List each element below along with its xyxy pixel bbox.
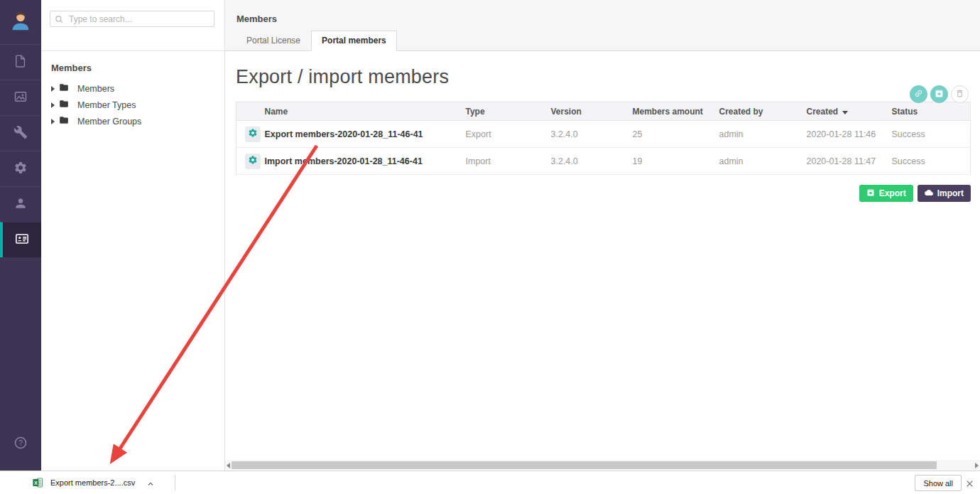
download-bar-divider: [175, 475, 175, 490]
tab-portal-members[interactable]: Portal members: [311, 31, 397, 51]
sidebar-item-users[interactable]: [0, 186, 41, 222]
cell-type: Export: [457, 121, 543, 148]
sidebar-item-members[interactable]: [0, 222, 41, 257]
help-icon: [13, 436, 28, 453]
search-input[interactable]: [50, 11, 214, 27]
cell-created: 2020-01-28 11:46: [798, 121, 883, 148]
column-name[interactable]: Name: [261, 102, 457, 121]
scroll-right-arrow-icon[interactable]: [975, 463, 979, 468]
close-icon[interactable]: [965, 478, 974, 488]
archive-icon: [935, 88, 944, 101]
import-button[interactable]: Import: [918, 185, 971, 202]
search-icon: [55, 14, 64, 23]
sidebar-item-documents[interactable]: [0, 44, 41, 80]
chevron-up-icon[interactable]: [146, 478, 155, 487]
archive-button[interactable]: [930, 85, 948, 103]
export-import-table: Name Type Version Members amount Created…: [236, 102, 971, 175]
image-icon: [13, 90, 28, 107]
cell-status: Success: [883, 148, 971, 175]
column-created-by[interactable]: Created by: [711, 102, 798, 121]
row-settings-button[interactable]: [245, 154, 261, 169]
expand-caret-icon[interactable]: [51, 102, 55, 108]
column-icon: [236, 102, 261, 121]
tree-title: Members: [51, 63, 224, 73]
folder-icon: [59, 82, 77, 95]
horizontal-scrollbar[interactable]: [225, 460, 980, 471]
excel-file-icon: [32, 477, 43, 488]
cell-name: Export members-2020-01-28_11-46-41: [261, 121, 457, 148]
gear-icon: [248, 128, 258, 140]
column-type[interactable]: Type: [457, 102, 543, 121]
cell-members-amount: 19: [624, 148, 711, 175]
expand-caret-icon[interactable]: [51, 119, 55, 124]
tab-portal-license[interactable]: Portal License: [236, 31, 311, 51]
sidebar-item-help[interactable]: [0, 426, 41, 462]
scrollbar-thumb[interactable]: [232, 461, 937, 469]
folder-icon: [59, 99, 77, 112]
sidebar-item-tools[interactable]: [0, 115, 41, 151]
user-icon: [13, 196, 28, 213]
search-section: [41, 0, 224, 51]
tree-item-member-types[interactable]: Member Types: [41, 97, 224, 113]
user-avatar-button[interactable]: [0, 0, 41, 44]
table-header-row: Name Type Version Members amount Created…: [236, 102, 971, 121]
download-bar: Export members-2....csv Show all: [0, 471, 980, 494]
sidebar-item-media[interactable]: [0, 80, 41, 115]
sidebar-item-settings[interactable]: [0, 151, 41, 186]
table-row[interactable]: Export members-2020-01-28_11-46-41 Expor…: [236, 121, 971, 148]
sort-desc-icon: [842, 111, 848, 114]
link-icon: [914, 88, 923, 101]
gear-icon: [248, 155, 258, 167]
document-icon: [13, 54, 28, 71]
scroll-left-arrow-icon[interactable]: [227, 463, 230, 468]
tree-item-label: Members: [77, 84, 114, 94]
column-status[interactable]: Status: [883, 102, 971, 121]
toolbar: [910, 85, 969, 103]
tab-label: Portal members: [322, 36, 386, 45]
tab-bar: Portal License Portal members: [236, 31, 397, 51]
tree-item-member-groups[interactable]: Member Groups: [41, 113, 224, 129]
content: Export / import members Name Type Versio…: [225, 66, 980, 202]
cloud-upload-icon: [925, 188, 933, 199]
delete-button[interactable]: [951, 85, 969, 103]
main-header: Members Portal License Portal members: [225, 0, 980, 51]
wrench-icon: [13, 125, 28, 142]
tree-panel: Members Members Member Types Member Grou…: [41, 0, 225, 471]
tab-label: Portal License: [246, 36, 300, 45]
tree-item-label: Member Groups: [77, 117, 141, 127]
tree-item-label: Member Types: [77, 100, 136, 110]
link-button[interactable]: [910, 85, 927, 103]
cell-status: Success: [883, 121, 971, 148]
section-heading: Export / import members: [236, 66, 971, 88]
export-button[interactable]: Export: [859, 185, 913, 202]
tree-item-members[interactable]: Members: [41, 80, 224, 97]
id-card-icon: [15, 232, 29, 249]
cell-version: 3.2.4.0: [543, 148, 624, 175]
app-sidebar: [0, 0, 41, 471]
row-settings-button[interactable]: [245, 127, 261, 142]
cell-created-by: admin: [711, 121, 798, 148]
column-created[interactable]: Created: [798, 102, 883, 121]
show-all-button[interactable]: Show all: [915, 475, 962, 491]
column-members-amount[interactable]: Members amount: [624, 102, 711, 121]
cell-members-amount: 25: [624, 121, 711, 148]
trash-icon: [955, 88, 964, 101]
export-archive-icon: [866, 188, 875, 199]
user-avatar-icon: [10, 10, 31, 34]
gear-icon: [13, 161, 28, 178]
table-row[interactable]: Import members-2020-01-28_11-46-41 Impor…: [236, 148, 971, 175]
expand-caret-icon[interactable]: [51, 86, 55, 92]
page-title: Members: [225, 0, 980, 24]
column-version[interactable]: Version: [543, 102, 624, 121]
downloaded-file-item[interactable]: Export members-2....csv: [32, 471, 155, 494]
cell-type: Import: [457, 148, 543, 175]
cell-created: 2020-01-28 11:47: [798, 148, 883, 175]
cell-version: 3.2.4.0: [543, 121, 624, 148]
action-row: Export Import: [236, 185, 971, 202]
main-area: Members Portal License Portal members Ex…: [225, 0, 980, 471]
cell-created-by: admin: [711, 148, 798, 175]
cell-name: Import members-2020-01-28_11-46-41: [261, 148, 457, 175]
folder-icon: [59, 115, 77, 128]
downloaded-file-name: Export members-2....csv: [50, 478, 135, 487]
